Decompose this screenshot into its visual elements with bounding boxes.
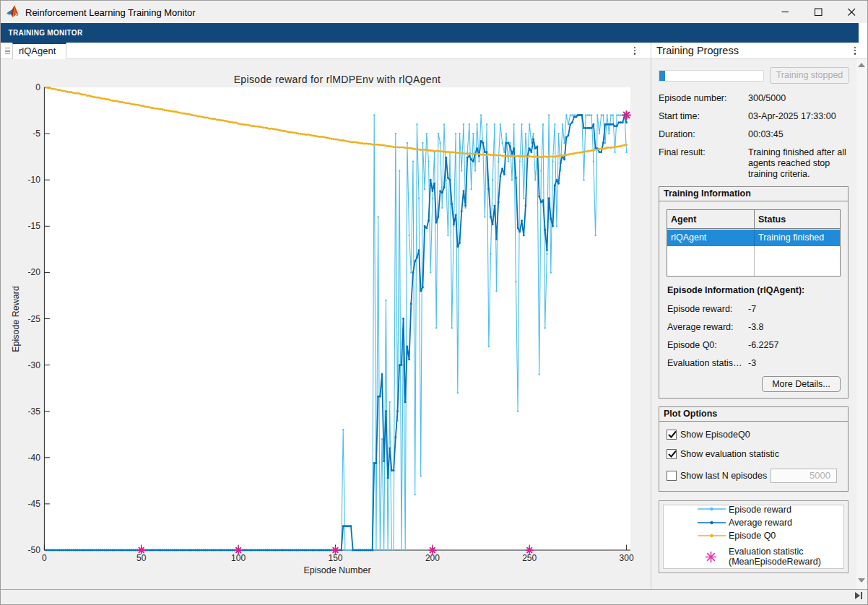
svg-text:-50: -50 xyxy=(28,545,41,555)
svg-text:100: 100 xyxy=(231,553,246,563)
svg-text:200: 200 xyxy=(425,553,440,563)
svg-text:-20: -20 xyxy=(28,267,41,277)
svg-text:-35: -35 xyxy=(28,406,41,417)
svg-text:150: 150 xyxy=(328,553,342,563)
svg-text:50: 50 xyxy=(136,553,147,563)
svg-text:Episode reward for rlMDPEnv wi: Episode reward for rlMDPEnv with rlQAgen… xyxy=(234,74,441,85)
svg-text:-45: -45 xyxy=(28,499,41,509)
svg-text:-10: -10 xyxy=(28,175,41,185)
svg-text:-30: -30 xyxy=(28,360,41,370)
svg-text:-15: -15 xyxy=(28,221,41,231)
svg-text:300: 300 xyxy=(620,553,634,563)
svg-text:-5: -5 xyxy=(32,129,40,139)
svg-text:0: 0 xyxy=(42,553,47,563)
svg-text:250: 250 xyxy=(522,553,537,563)
svg-text:Episode Reward: Episode Reward xyxy=(11,286,21,352)
svg-text:Episode Number: Episode Number xyxy=(303,565,370,575)
svg-text:0: 0 xyxy=(35,82,40,92)
svg-text:-25: -25 xyxy=(28,314,41,324)
svg-text:-40: -40 xyxy=(28,453,41,463)
